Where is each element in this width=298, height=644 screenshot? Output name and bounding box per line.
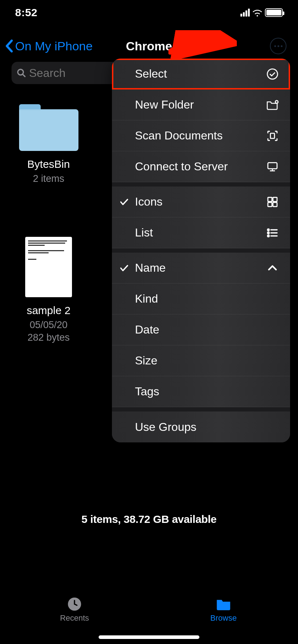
- menu-date-label: Date: [135, 323, 159, 336]
- folder-item[interactable]: BytesBin 2 items: [11, 104, 86, 184]
- folder-subtitle: 2 items: [33, 173, 64, 184]
- svg-line-2: [23, 74, 25, 77]
- svg-rect-13: [268, 202, 272, 206]
- context-menu: Select New Folder Scan Documents Connect…: [112, 59, 290, 442]
- tab-recents-label: Recents: [60, 613, 89, 623]
- menu-groups-label: Use Groups: [135, 420, 197, 434]
- tab-browse-label: Browse: [210, 613, 236, 623]
- svg-point-19: [268, 235, 269, 236]
- battery-icon: [265, 8, 283, 17]
- select-check-icon: [266, 68, 279, 80]
- svg-rect-14: [273, 202, 277, 206]
- menu-view-icons[interactable]: Icons: [112, 187, 290, 217]
- svg-rect-7: [270, 133, 274, 138]
- svg-rect-8: [268, 162, 277, 169]
- menu-sort-name[interactable]: Name: [112, 253, 290, 284]
- svg-point-15: [268, 229, 269, 230]
- menu-connect-label: Connect to Server: [135, 160, 228, 173]
- tab-bar: Recents Browse: [0, 590, 298, 630]
- page-title: Chrome: [126, 39, 172, 53]
- file-column: BytesBin 2 items sample 2 05/05/20 282 b…: [11, 104, 86, 343]
- wifi-icon: [253, 9, 262, 17]
- list-icon: [266, 227, 279, 239]
- menu-select-label: Select: [135, 67, 167, 80]
- menu-use-groups[interactable]: Use Groups: [112, 411, 290, 442]
- home-indicator[interactable]: [99, 635, 199, 639]
- menu-scan-documents[interactable]: Scan Documents: [112, 120, 290, 151]
- more-button[interactable]: [270, 38, 286, 54]
- menu-list-label: List: [135, 226, 153, 239]
- svg-point-17: [268, 232, 269, 233]
- search-icon: [17, 68, 26, 78]
- menu-new-folder[interactable]: New Folder: [112, 89, 290, 120]
- new-folder-icon: [266, 99, 279, 111]
- menu-icons-label: Icons: [135, 195, 162, 208]
- svg-point-3: [267, 69, 277, 79]
- check-icon: [119, 197, 129, 207]
- folder-title: BytesBin: [27, 158, 70, 170]
- menu-name-label: Name: [135, 261, 166, 275]
- chevron-up-icon: [266, 262, 279, 274]
- cellular-icon: [240, 9, 250, 17]
- menu-connect-server[interactable]: Connect to Server: [112, 151, 290, 182]
- menu-sort-tags[interactable]: Tags: [112, 376, 290, 407]
- menu-tags-label: Tags: [135, 385, 159, 398]
- status-bar: 8:52: [0, 0, 298, 25]
- menu-new-folder-label: New Folder: [135, 98, 194, 111]
- menu-size-label: Size: [135, 354, 157, 367]
- back-button[interactable]: On My iPhone: [0, 39, 92, 53]
- svg-rect-12: [273, 197, 277, 201]
- nav-bar: On My iPhone Chrome: [0, 35, 298, 57]
- menu-sort-kind[interactable]: Kind: [112, 284, 290, 314]
- document-item[interactable]: sample 2 05/05/20 282 bytes: [11, 237, 86, 343]
- menu-sort-size[interactable]: Size: [112, 345, 290, 376]
- check-icon: [119, 263, 129, 273]
- menu-select[interactable]: Select: [112, 59, 290, 89]
- svg-rect-11: [268, 197, 272, 201]
- folder-tab-icon: [216, 597, 231, 611]
- scan-icon: [266, 130, 279, 142]
- menu-sort-date[interactable]: Date: [112, 314, 290, 345]
- folder-icon: [19, 104, 78, 151]
- tab-browse[interactable]: Browse: [149, 590, 298, 630]
- clock-icon: [67, 597, 82, 611]
- menu-kind-label: Kind: [135, 292, 158, 305]
- document-date: 05/05/20: [30, 319, 67, 331]
- document-title: sample 2: [27, 304, 71, 317]
- document-size: 282 bytes: [27, 332, 69, 343]
- back-label: On My iPhone: [15, 39, 92, 53]
- status-time: 8:52: [15, 6, 37, 19]
- server-icon: [266, 161, 279, 173]
- chevron-left-icon: [5, 40, 13, 52]
- grid-icon: [266, 196, 279, 208]
- menu-view-list[interactable]: List: [112, 217, 290, 248]
- menu-scan-label: Scan Documents: [135, 129, 223, 142]
- document-icon: [25, 237, 72, 297]
- status-icons: [240, 8, 283, 17]
- tab-recents[interactable]: Recents: [0, 590, 149, 630]
- storage-info: 5 items, 38.72 GB available: [0, 513, 298, 525]
